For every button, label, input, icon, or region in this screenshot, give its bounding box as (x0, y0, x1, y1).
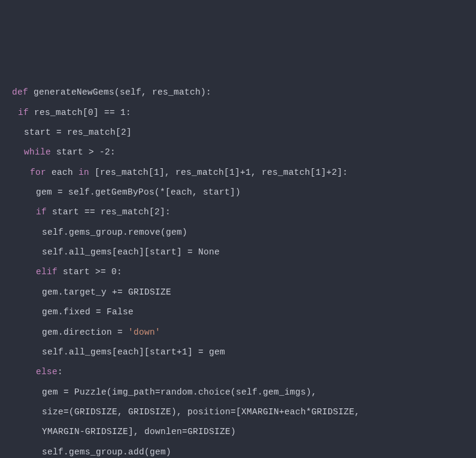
code-line: elif start >= 0: (12, 262, 464, 282)
code-token: while (24, 147, 56, 157)
code-token: self.gems_group.remove(gem) (42, 228, 187, 237)
code-token: start > -2: (56, 147, 116, 157)
code-block: def generateNewGems(self, res_match):if … (12, 83, 464, 458)
code-line: self.all_gems[each][start+1] = gem (12, 342, 464, 362)
code-token: in (78, 168, 95, 177)
code-token: start >= 0: (63, 267, 122, 277)
code-token: gem.target_y += GRIDSIZE (42, 287, 171, 297)
code-line: size=(GRIDSIZE, GRIDSIZE), position=[XMA… (12, 402, 464, 422)
code-token: gem = Puzzle(img_path=random.choice(self… (42, 387, 317, 397)
code-line: gem = Puzzle(img_path=random.choice(self… (12, 383, 464, 402)
code-line: self.gems_group.add(gem) (12, 442, 464, 458)
code-token: start == res_match[2]: (52, 207, 171, 217)
code-token: else (36, 367, 57, 377)
code-line: for each in [res_match[1], res_match[1]+… (12, 163, 464, 183)
code-token: each (51, 168, 78, 177)
code-token: gem.direction = (42, 327, 128, 337)
code-line: else: (12, 362, 464, 382)
code-line: if res_match[0] == 1: (12, 103, 464, 123)
code-token: elif (36, 267, 63, 277)
code-line: def generateNewGems(self, res_match): (12, 83, 464, 102)
code-line: gem.target_y += GRIDSIZE (12, 283, 464, 302)
code-token: res_match[0] == 1: (34, 108, 131, 117)
code-token: gem.fixed = False (42, 307, 134, 317)
code-token: def (12, 87, 34, 97)
code-token: YMARGIN-GRIDSIZE], downlen=GRIDSIZE) (42, 427, 236, 436)
code-token: self.gems_group.add(gem) (42, 447, 171, 457)
code-token: self.all_gems[each][start+1] = gem (42, 347, 225, 357)
code-token: [res_match[1], res_match[1]+1, res_match… (95, 168, 348, 177)
code-token: gem = self.getGemByPos(*[each, start]) (36, 187, 241, 197)
code-line: while start > -2: (12, 142, 464, 162)
code-line: self.gems_group.remove(gem) (12, 223, 464, 242)
code-token: 'down' (128, 327, 160, 337)
code-line: if start == res_match[2]: (12, 202, 464, 222)
code-line: gem.fixed = False (12, 302, 464, 322)
code-token: generateNewGems(self, res_match): (34, 87, 211, 97)
code-token: if (18, 108, 34, 117)
code-token: size=(GRIDSIZE, GRIDSIZE), position=[XMA… (42, 407, 360, 417)
code-line: gem.direction = 'down' (12, 323, 464, 342)
code-line: self.all_gems[each][start] = None (12, 242, 464, 262)
code-token: if (36, 207, 52, 217)
code-token: self.all_gems[each][start] = None (42, 247, 220, 257)
code-line: YMARGIN-GRIDSIZE], downlen=GRIDSIZE) (12, 422, 464, 442)
code-token: for (30, 168, 51, 177)
code-token: : (57, 367, 63, 377)
code-line: start = res_match[2] (12, 123, 464, 142)
code-token: start = res_match[2] (24, 128, 132, 137)
code-line: gem = self.getGemByPos(*[each, start]) (12, 183, 464, 202)
